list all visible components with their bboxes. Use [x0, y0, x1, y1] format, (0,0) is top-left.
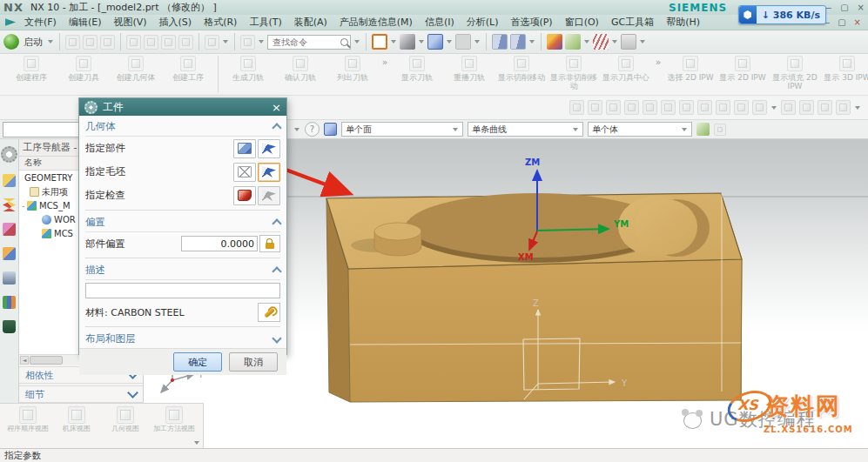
- check-geometry-button[interactable]: [233, 186, 256, 205]
- menu-item[interactable]: 工具(T): [244, 15, 286, 30]
- delete-icon[interactable]: [178, 35, 193, 50]
- help-icon[interactable]: ?: [305, 122, 320, 137]
- scroll-left-button[interactable]: ◄: [20, 356, 29, 365]
- verify-icon[interactable]: [781, 100, 796, 115]
- menu-item[interactable]: 分析(L): [461, 15, 504, 30]
- show-non-cutting-moves-button[interactable]: 显示非切削移动: [548, 56, 600, 91]
- separator[interactable]: [218, 56, 219, 92]
- ok-button[interactable]: 确定: [173, 352, 222, 372]
- transform-icon[interactable]: [697, 100, 712, 115]
- render-style-dropdown-arrow[interactable]: [419, 40, 424, 44]
- show-3d-ipw-button[interactable]: 显示 3D IPW: [821, 56, 868, 82]
- child-close-button[interactable]: ×: [854, 17, 861, 27]
- menu-item[interactable]: 首选项(P): [505, 15, 557, 30]
- select-check-button[interactable]: [258, 186, 280, 205]
- search-input[interactable]: [271, 37, 340, 48]
- edit-material-button[interactable]: [258, 303, 280, 322]
- fit-view-icon[interactable]: [372, 34, 387, 50]
- selection-dropdown-arrow[interactable]: [294, 128, 299, 131]
- cancel-button[interactable]: 取消: [229, 352, 278, 372]
- clip-section-icon[interactable]: [492, 34, 508, 50]
- show-2d-ipw-button[interactable]: 显示 2D IPW: [717, 56, 769, 82]
- select-part-button[interactable]: [258, 139, 280, 158]
- assembly-navigator-icon[interactable]: [3, 174, 16, 187]
- history-icon[interactable]: [3, 320, 16, 333]
- touch-mode-icon[interactable]: [240, 35, 255, 50]
- part-offset-input[interactable]: [181, 236, 258, 251]
- description-input[interactable]: [85, 283, 280, 298]
- replay-toolpath-button[interactable]: 重播刀轨: [443, 56, 495, 82]
- copy-icon[interactable]: [144, 35, 158, 50]
- fit-dropdown-arrow[interactable]: [391, 40, 396, 44]
- curve-rule-select[interactable]: 单条曲线: [468, 122, 583, 137]
- measure-dropdown-arrow[interactable]: [612, 40, 617, 44]
- menu-item[interactable]: 格式(R): [198, 15, 242, 30]
- program-order-view-button[interactable]: 程序顺序视图: [3, 406, 52, 432]
- create-operation-button[interactable]: 创建工序: [162, 56, 214, 82]
- measure-icon[interactable]: [593, 34, 609, 50]
- scrollbar-thumb[interactable]: [30, 356, 63, 365]
- list-output-icon[interactable]: [624, 100, 639, 115]
- workpiece-block[interactable]: [326, 193, 742, 402]
- menu-item[interactable]: 视图(V): [108, 15, 151, 30]
- select-blank-button[interactable]: [258, 163, 280, 182]
- paste-icon[interactable]: [161, 35, 176, 50]
- geometry-view-button[interactable]: 几何视图: [101, 406, 150, 432]
- search-dropdown-arrow[interactable]: [354, 40, 360, 44]
- part-navigator-icon[interactable]: [3, 223, 16, 236]
- save-icon[interactable]: [100, 35, 115, 50]
- rotate-icon[interactable]: [716, 100, 730, 115]
- list-toolpath-button[interactable]: 列出刀轨: [326, 56, 379, 82]
- move-object-icon[interactable]: [547, 34, 562, 50]
- expander[interactable]: -: [19, 202, 27, 211]
- report-icon[interactable]: [818, 100, 832, 115]
- dropdown-arrow[interactable]: [771, 106, 777, 110]
- dialog-close-button[interactable]: ×: [272, 102, 281, 113]
- app-menu-icon[interactable]: [5, 17, 16, 28]
- cut-icon[interactable]: [126, 35, 141, 50]
- web-browser-icon[interactable]: [3, 296, 16, 309]
- restore-button[interactable]: ▢: [840, 3, 848, 12]
- show-cutting-moves-button[interactable]: 显示切削移动: [495, 56, 548, 82]
- reuse-library-icon[interactable]: [3, 247, 16, 260]
- view-toolbar-dropdown-arrow[interactable]: [194, 441, 199, 445]
- create-program-button[interactable]: 创建程序: [5, 56, 57, 82]
- child-restore-button[interactable]: ▢: [838, 17, 845, 27]
- document-icon[interactable]: [679, 100, 694, 115]
- close-button[interactable]: ×: [858, 3, 865, 12]
- roles-gear-icon[interactable]: [1, 146, 17, 163]
- description-section-header[interactable]: 描述: [85, 261, 280, 280]
- selection-options-icon[interactable]: [714, 124, 726, 136]
- refresh-icon[interactable]: [661, 100, 676, 115]
- new-file-icon[interactable]: [65, 35, 80, 50]
- show-hide-dropdown-arrow[interactable]: [447, 40, 452, 44]
- verify-geometry-icon[interactable]: [569, 100, 584, 115]
- menu-item[interactable]: 插入(S): [154, 15, 198, 30]
- constraint-navigator-icon[interactable]: [3, 198, 16, 211]
- snap-point-icon[interactable]: [565, 34, 581, 50]
- create-geometry-button[interactable]: 创建几何体: [110, 56, 162, 82]
- dropdown-arrow[interactable]: [855, 106, 860, 110]
- menu-item[interactable]: 编辑(E): [64, 15, 107, 30]
- selection-filter-input[interactable]: [3, 122, 79, 137]
- show-filled-2d-ipw-button[interactable]: 显示填充 2D IPW: [769, 56, 821, 91]
- machine-tool-view-button[interactable]: 机床视图: [52, 406, 101, 432]
- blank-geometry-button[interactable]: [233, 163, 256, 182]
- menu-item[interactable]: GC工具箱: [606, 15, 659, 30]
- search-icon[interactable]: [340, 38, 348, 46]
- animation-control-icon[interactable]: [621, 34, 636, 50]
- menu-item[interactable]: 信息(I): [420, 15, 460, 30]
- undo-dropdown-arrow[interactable]: [223, 40, 228, 44]
- menu-item[interactable]: 产品制造信息(M): [334, 15, 418, 30]
- offset-section-header[interactable]: 偏置: [85, 213, 280, 232]
- flag-icon[interactable]: [643, 100, 657, 115]
- snap-settings-icon[interactable]: [696, 123, 710, 136]
- create-tool-button[interactable]: 创建刀具: [57, 56, 110, 82]
- details-panel-header[interactable]: 细节: [19, 385, 143, 403]
- undo-icon[interactable]: [205, 35, 219, 50]
- dialog-title-bar[interactable]: 工件 ×: [79, 98, 286, 116]
- edit-list-icon[interactable]: [799, 100, 814, 115]
- machine-sim-icon[interactable]: [752, 100, 767, 115]
- generate-toolpath-button[interactable]: 生成刀轨: [222, 56, 274, 82]
- body-rule-select[interactable]: 单个体: [588, 122, 692, 137]
